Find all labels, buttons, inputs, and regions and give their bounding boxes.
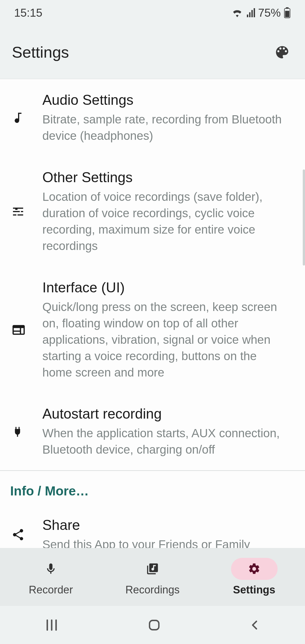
settings-item-audio[interactable]: Audio Settings Bitrate, sample rate, rec… <box>0 79 305 156</box>
nav-home[interactable] <box>148 619 160 631</box>
nav-recents[interactable] <box>44 619 59 631</box>
status-bar: 15:15 75% <box>0 0 305 25</box>
settings-item-autostart[interactable]: Autostart recording When the application… <box>0 393 305 470</box>
item-desc: When the application starts, AUX connect… <box>42 425 288 458</box>
mic-icon <box>44 562 57 575</box>
signal-icon <box>246 8 255 17</box>
item-desc: Quick/long press on the screen, keep scr… <box>42 299 288 381</box>
svg-rect-1 <box>286 7 289 9</box>
home-icon <box>148 619 160 631</box>
item-title: Interface (UI) <box>42 279 288 296</box>
item-title: Autostart recording <box>42 405 288 422</box>
svg-rect-6 <box>149 620 159 630</box>
bottom-tab-bar: Recorder Recordings Settings <box>0 548 305 606</box>
tab-recorder[interactable]: Recorder <box>0 548 102 606</box>
gear-icon <box>248 562 261 575</box>
item-title: Share <box>42 517 288 534</box>
app-header: Settings <box>0 25 305 79</box>
tab-label: Settings <box>233 584 275 596</box>
battery-text: 75% <box>258 6 281 19</box>
share-icon <box>11 528 25 541</box>
settings-item-other[interactable]: Other Settings Location of voice recordi… <box>0 156 305 267</box>
tab-settings[interactable]: Settings <box>203 548 305 606</box>
nav-back[interactable] <box>249 619 261 631</box>
palette-icon <box>274 44 290 60</box>
recents-icon <box>44 619 59 631</box>
status-time: 15:15 <box>14 6 42 19</box>
tune-icon <box>11 205 25 218</box>
settings-item-interface[interactable]: Interface (UI) Quick/long press on the s… <box>0 267 305 393</box>
section-info-more: Info / More… <box>0 471 305 504</box>
battery-icon <box>284 7 291 18</box>
system-nav-bar <box>0 606 305 644</box>
item-title: Audio Settings <box>42 92 288 108</box>
tab-recordings[interactable]: Recordings <box>102 548 203 606</box>
item-desc: Send this App to your Friends or Family <box>42 536 288 548</box>
settings-list: Audio Settings Bitrate, sample rate, rec… <box>0 79 305 548</box>
wifi-icon <box>232 8 243 17</box>
back-icon <box>249 619 261 631</box>
scrollbar[interactable] <box>303 169 305 266</box>
item-desc: Bitrate, sample rate, recording from Blu… <box>42 111 288 144</box>
tab-label: Recorder <box>29 584 73 596</box>
item-desc: Location of voice recordings (save folde… <box>42 189 288 254</box>
web-icon <box>11 323 26 337</box>
power-plug-icon <box>11 425 24 438</box>
status-icons: 75% <box>232 6 291 19</box>
theme-button[interactable] <box>271 41 293 63</box>
library-music-icon <box>146 562 159 575</box>
item-title: Other Settings <box>42 169 288 186</box>
tab-label: Recordings <box>125 584 180 596</box>
svg-rect-2 <box>285 11 289 17</box>
page-title: Settings <box>12 43 69 61</box>
music-note-icon <box>11 111 25 125</box>
settings-item-share[interactable]: Share Send this App to your Friends or F… <box>0 504 305 548</box>
